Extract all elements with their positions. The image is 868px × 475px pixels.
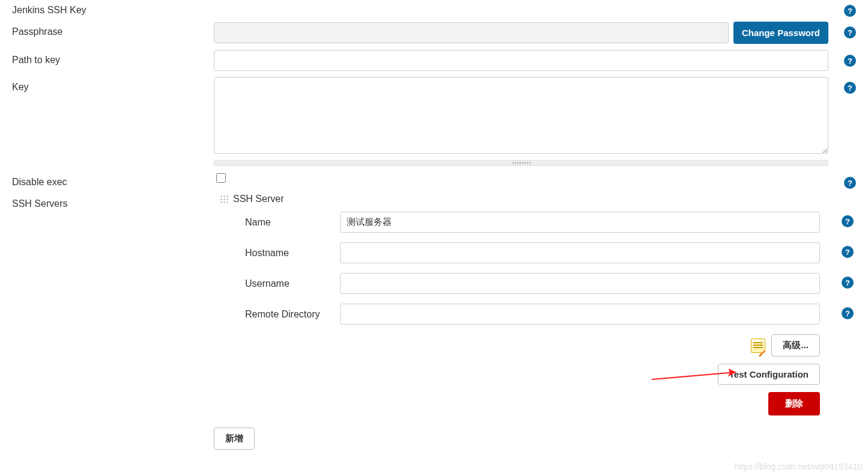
ssh-remote-dir-label: Remote Directory — [220, 309, 340, 320]
help-icon[interactable]: ? — [844, 177, 856, 189]
resize-bar[interactable] — [214, 160, 828, 166]
ssh-remote-dir-row: Remote Directory ? — [220, 304, 856, 325]
delete-button[interactable]: 删除 — [768, 392, 820, 415]
path-to-key-row: Path to key ? — [12, 50, 856, 71]
help-icon[interactable]: ? — [844, 55, 856, 67]
disable-exec-label: Disable exec — [12, 172, 214, 188]
ssh-servers-label: SSH Servers — [12, 194, 214, 209]
ssh-username-label: Username — [220, 278, 340, 289]
path-to-key-input[interactable] — [214, 50, 828, 71]
ssh-server-heading: SSH Server — [233, 194, 284, 204]
passphrase-label: Passphrase — [12, 22, 214, 37]
ssh-server-block: SSH Server Name ? Hostname ? Username — [220, 194, 856, 415]
add-row: 新增 — [214, 428, 856, 450]
delete-row: 删除 — [220, 392, 856, 415]
test-configuration-button[interactable]: Test Configuration — [718, 364, 820, 385]
ssh-username-row: Username ? — [220, 273, 856, 294]
help-icon[interactable]: ? — [842, 307, 854, 319]
ssh-hostname-row: Hostname ? — [220, 242, 856, 263]
drag-handle-icon[interactable] — [220, 195, 228, 203]
ssh-name-input[interactable] — [340, 212, 820, 233]
notepad-icon — [751, 339, 765, 353]
help-icon[interactable]: ? — [842, 277, 854, 289]
section-title: Jenkins SSH Key — [12, 0, 214, 16]
advanced-row: 高级... — [220, 334, 856, 357]
disable-exec-row: Disable exec ? — [12, 172, 856, 188]
key-row: Key ? — [12, 77, 856, 166]
help-icon[interactable]: ? — [842, 215, 854, 227]
help-icon[interactable]: ? — [842, 246, 854, 258]
add-button[interactable]: 新增 — [214, 428, 255, 450]
change-password-button[interactable]: Change Password — [733, 22, 828, 44]
help-icon[interactable]: ? — [844, 5, 856, 17]
key-label: Key — [12, 77, 214, 93]
jenkins-ssh-key-heading-row: Jenkins SSH Key ? — [12, 0, 856, 16]
watermark-text: https://blog.csdn.net/wql04193410 — [735, 462, 863, 468]
path-to-key-label: Path to key — [12, 50, 214, 66]
key-textarea[interactable] — [214, 77, 828, 154]
help-icon[interactable]: ? — [844, 82, 856, 94]
advanced-button[interactable]: 高级... — [771, 334, 820, 357]
test-config-row: Test Configuration — [220, 364, 856, 385]
ssh-hostname-label: Hostname — [220, 248, 340, 259]
passphrase-row: Passphrase Change Password ? — [12, 22, 856, 44]
disable-exec-checkbox[interactable] — [216, 173, 226, 183]
ssh-servers-row: SSH Servers SSH Server Name ? Hostname ? — [12, 194, 856, 450]
ssh-username-input[interactable] — [340, 273, 820, 294]
ssh-name-label: Name — [220, 217, 340, 228]
ssh-remote-dir-input[interactable] — [340, 304, 820, 325]
ssh-name-row: Name ? — [220, 212, 856, 233]
help-icon[interactable]: ? — [844, 26, 856, 38]
ssh-hostname-input[interactable] — [340, 242, 820, 263]
passphrase-input[interactable] — [214, 22, 729, 43]
